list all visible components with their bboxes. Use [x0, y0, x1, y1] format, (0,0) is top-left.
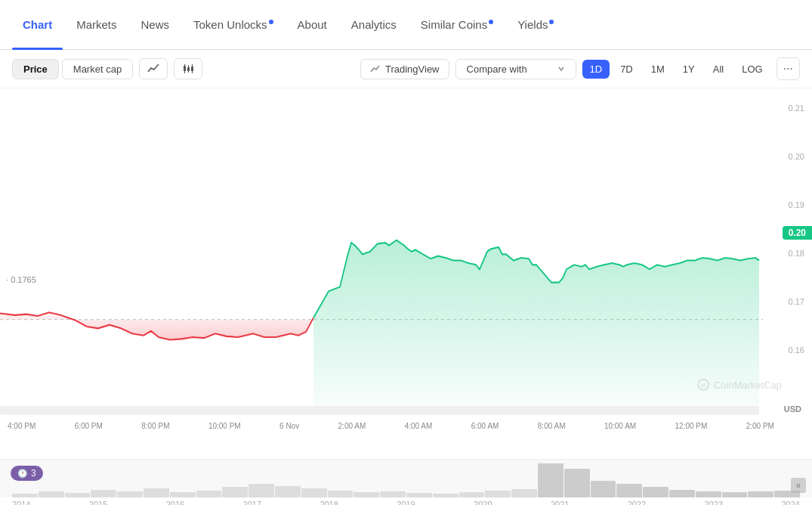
nav-item-yields[interactable]: Yields: [507, 12, 564, 37]
x-label-12pm: 12:00 PM: [675, 422, 708, 430]
nav-markets-label: Markets: [76, 18, 116, 31]
token-unlocks-dot: [269, 20, 273, 24]
mini-chart-section: 🕐 3 II 2014: [0, 459, 812, 505]
y-label-019: 0.19: [789, 200, 804, 209]
x-label-4am: 4:00 AM: [405, 422, 433, 430]
year-2020: 2020: [474, 500, 492, 505]
candle-chart-button[interactable]: [174, 58, 202, 79]
candle-chart-icon: [182, 63, 194, 75]
x-label-2am: 2:00 AM: [338, 422, 366, 430]
nav-bar: Chart Markets News Token Unlocks About A…: [0, 0, 812, 50]
year-2022: 2022: [628, 500, 646, 505]
pause-button[interactable]: II: [791, 478, 806, 493]
year-2024: 2024: [781, 500, 799, 505]
coinmarketcap-icon: M: [697, 379, 709, 391]
x-label-10am: 10:00 AM: [604, 422, 636, 430]
year-2015: 2015: [89, 500, 107, 505]
tradingview-button[interactable]: TradingView: [360, 59, 449, 79]
time-1d-button[interactable]: 1D: [582, 60, 610, 79]
svg-text:M: M: [701, 383, 705, 388]
mini-chart-bars: II: [0, 460, 812, 497]
tradingview-label: TradingView: [385, 64, 440, 75]
x-label-6am: 6:00 AM: [471, 422, 499, 430]
toolbar: Price Market cap TradingView Compare wit…: [0, 50, 812, 88]
nav-item-news[interactable]: News: [131, 12, 181, 37]
time-log-button[interactable]: LOG: [734, 60, 770, 79]
x-label-4pm: 4:00 PM: [8, 422, 36, 430]
nav-item-analytics[interactable]: Analytics: [341, 12, 407, 37]
year-2014: 2014: [12, 500, 30, 505]
clock-icon: 🕐: [17, 469, 28, 479]
time-1m-button[interactable]: 1M: [644, 60, 672, 79]
time-all-button[interactable]: All: [705, 60, 731, 79]
nav-item-about[interactable]: About: [287, 12, 338, 37]
year-2021: 2021: [551, 500, 569, 505]
coinmarketcap-watermark: M CoinMarketCap: [697, 379, 782, 391]
line-chart-icon: [147, 63, 159, 75]
nav-chart-label: Chart: [23, 18, 52, 31]
nav-analytics-label: Analytics: [351, 18, 397, 31]
year-labels: 2014 2015 2016 2017 2018 2019 2020 2021 …: [0, 497, 812, 505]
nav-news-label: News: [141, 18, 170, 31]
chevron-down-icon: [557, 65, 565, 73]
tradingview-icon: [370, 64, 381, 74]
year-2019: 2019: [397, 500, 415, 505]
svg-rect-6: [191, 67, 193, 71]
year-2017: 2017: [243, 500, 261, 505]
market-cap-button[interactable]: Market cap: [62, 59, 133, 79]
y-label-021: 0.21: [789, 104, 804, 113]
y-label-016: 0.16: [789, 345, 804, 355]
x-label-2pm: 2:00 PM: [746, 422, 774, 430]
price-button[interactable]: Price: [12, 59, 59, 79]
nav-item-token-unlocks[interactable]: Token Unlocks: [183, 12, 284, 37]
open-price-label: · 0.1765: [6, 275, 36, 284]
nav-item-markets[interactable]: Markets: [66, 12, 127, 37]
svg-marker-11: [313, 240, 759, 415]
history-badge[interactable]: 🕐 3: [11, 466, 43, 481]
nav-item-chart[interactable]: Chart: [12, 12, 63, 37]
svg-rect-0: [184, 66, 186, 71]
y-label-020: 0.20: [789, 152, 804, 161]
time-7d-button[interactable]: 7D: [613, 60, 641, 79]
similar-coins-dot: [489, 20, 493, 24]
year-2023: 2023: [705, 500, 723, 505]
year-2018: 2018: [320, 500, 338, 505]
x-label-8pm: 8:00 PM: [141, 422, 169, 430]
x-label-10pm: 10:00 PM: [208, 422, 241, 430]
price-chart-svg: [0, 88, 812, 459]
nav-about-label: About: [298, 18, 327, 31]
x-label-8am: 8:00 AM: [538, 422, 566, 430]
x-label-6pm: 6:00 PM: [75, 422, 103, 430]
compare-button[interactable]: Compare with: [455, 59, 576, 79]
yields-dot: [549, 20, 554, 24]
nav-item-similar-coins[interactable]: Similar Coins: [410, 12, 504, 37]
current-price-badge: 0.20: [783, 226, 812, 240]
nav-similar-coins-label: Similar Coins: [421, 18, 487, 31]
price-marketcap-group: Price Market cap: [12, 59, 133, 79]
nav-token-unlocks-label: Token Unlocks: [193, 18, 267, 31]
svg-rect-12: [0, 406, 759, 415]
compare-label: Compare with: [467, 64, 527, 75]
watermark-text: CoinMarketCap: [714, 380, 782, 391]
year-2016: 2016: [166, 500, 184, 505]
y-label-018: 0.18: [789, 249, 804, 258]
chart-area: 0.21 0.20 0.19 0.18 0.17 0.16 · 0.1765 0…: [0, 88, 812, 459]
time-range-group: 1D 7D 1M 1Y All LOG: [582, 60, 770, 79]
y-label-017: 0.17: [789, 297, 804, 306]
svg-rect-3: [187, 67, 190, 71]
time-1y-button[interactable]: 1Y: [675, 60, 702, 79]
x-label-6nov: 6 Nov: [279, 422, 299, 430]
nav-yields-label: Yields: [517, 18, 548, 31]
history-count: 3: [31, 468, 36, 479]
usd-label: USD: [784, 404, 801, 414]
more-options-button[interactable]: ···: [776, 57, 800, 80]
x-axis-labels: 4:00 PM 6:00 PM 8:00 PM 10:00 PM 6 Nov 2…: [0, 422, 782, 430]
line-chart-button[interactable]: [139, 58, 168, 79]
